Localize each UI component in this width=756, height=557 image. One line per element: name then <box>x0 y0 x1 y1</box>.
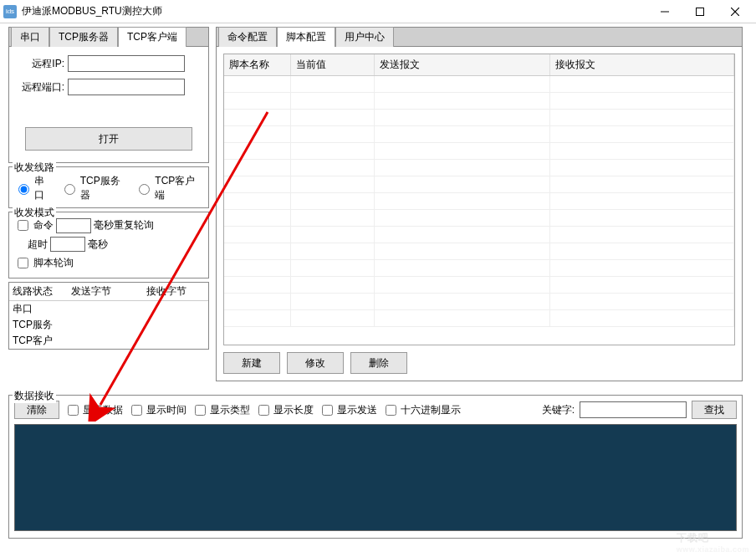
remote-ip-label: 远程IP: <box>16 57 64 71</box>
table-row[interactable] <box>224 110 734 126</box>
table-row[interactable] <box>224 294 734 310</box>
table-row[interactable] <box>224 227 734 243</box>
script-grid[interactable]: 脚本名称 当前值 发送报文 接收报文 <box>223 54 735 345</box>
table-row[interactable] <box>224 76 734 93</box>
table-row[interactable] <box>224 160 734 176</box>
timeout-input[interactable] <box>50 237 85 252</box>
check-show-time[interactable]: 显示时间 <box>128 402 186 418</box>
line-group: 收发线路 串口 TCP服务器 TCP客户端 <box>8 166 209 208</box>
cmd-checkbox[interactable] <box>18 220 28 231</box>
tab-script-config[interactable]: 脚本配置 <box>277 27 335 47</box>
grid-header-recv: 接收报文 <box>550 54 734 75</box>
timeout-suffix: 毫秒 <box>88 238 108 252</box>
table-row[interactable] <box>224 143 734 160</box>
keyword-input[interactable] <box>580 401 687 418</box>
script-poll-checkbox[interactable] <box>18 258 28 268</box>
tab-serial[interactable]: 串口 <box>11 27 49 47</box>
tab-user-center[interactable]: 用户中心 <box>335 27 394 47</box>
titlebar: ids 伊迪派MODBUS_RTU测控大师 <box>0 0 756 23</box>
radio-tcp-server[interactable]: TCP服务器 <box>60 174 129 202</box>
table-row[interactable] <box>224 310 734 327</box>
open-button[interactable]: 打开 <box>25 127 192 151</box>
delete-button[interactable]: 删除 <box>350 352 407 374</box>
table-row[interactable] <box>224 126 734 143</box>
data-receive-title: 数据接收 <box>13 389 56 403</box>
check-show-length[interactable]: 显示长度 <box>255 402 314 418</box>
remote-ip-input[interactable] <box>68 55 185 72</box>
right-tabs: 命令配置 脚本配置 用户中心 <box>216 27 743 47</box>
table-row[interactable] <box>224 277 734 294</box>
line-group-title: 收发线路 <box>13 161 56 175</box>
table-row[interactable] <box>224 210 734 227</box>
window-title: 伊迪派MODBUS_RTU测控大师 <box>22 4 647 18</box>
minimize-button[interactable] <box>647 1 682 23</box>
tab-tcp-client[interactable]: TCP客户端 <box>118 27 186 47</box>
table-row[interactable] <box>224 193 734 210</box>
clear-button[interactable]: 清除 <box>14 401 59 419</box>
tab-tcp-server[interactable]: TCP服务器 <box>49 27 118 47</box>
data-output-area[interactable] <box>14 424 737 531</box>
grid-body <box>224 76 734 327</box>
table-row[interactable] <box>224 93 734 110</box>
app-icon: ids <box>3 5 17 18</box>
script-panel: 脚本名称 当前值 发送报文 接收报文 <box>216 47 743 381</box>
timeout-label: 超时 <box>28 238 48 252</box>
remote-port-label: 远程端口: <box>16 80 64 95</box>
keyword-label: 关键字: <box>542 403 575 417</box>
table-row[interactable] <box>224 243 734 260</box>
tab-cmd-config[interactable]: 命令配置 <box>218 27 277 47</box>
radio-tcp-client[interactable]: TCP客户端 <box>135 174 203 202</box>
check-hex[interactable]: 十六进制显示 <box>382 402 461 418</box>
table-row[interactable] <box>224 260 734 277</box>
grid-header-send: 发送报文 <box>375 54 550 75</box>
grid-header-value: 当前值 <box>291 54 375 75</box>
stats-row-tcpclient: TCP客户 <box>9 333 208 349</box>
remote-port-input[interactable] <box>68 79 185 95</box>
data-receive-group: 数据接收 清除 显示数据 显示时间 显示类型 显示长度 显示发送 十六进制显示 … <box>8 395 743 539</box>
cmd-label: 命令 <box>33 218 54 233</box>
check-show-type[interactable]: 显示类型 <box>192 402 250 418</box>
check-show-data[interactable]: 显示数据 <box>64 402 123 418</box>
new-button[interactable]: 新建 <box>223 352 280 374</box>
edit-button[interactable]: 修改 <box>287 352 344 374</box>
stats-header-recv: 接收字节 <box>143 283 202 300</box>
svg-rect-1 <box>697 8 704 15</box>
script-poll-label: 脚本轮询 <box>33 256 74 270</box>
mode-group: 收发模式 命令 毫秒重复轮询 超时 毫秒 脚本轮询 <box>8 212 209 278</box>
find-button[interactable]: 查找 <box>692 401 737 419</box>
stats-header-status: 线路状态 <box>9 283 68 300</box>
tcp-client-panel: 远程IP: 远程端口: 打开 <box>8 47 209 163</box>
maximize-button[interactable] <box>682 1 718 23</box>
stats-table: 线路状态 发送字节 接收字节 串口 TCP服务 TCP客户 <box>8 282 209 350</box>
radio-serial[interactable]: 串口 <box>14 174 54 202</box>
grid-header-name: 脚本名称 <box>224 54 291 75</box>
check-show-send[interactable]: 显示发送 <box>319 402 377 418</box>
interval-suffix: 毫秒重复轮询 <box>94 218 154 233</box>
mode-group-title: 收发模式 <box>13 206 56 220</box>
interval-input[interactable] <box>56 218 91 233</box>
table-row[interactable] <box>224 176 734 193</box>
stats-row-tcpserver: TCP服务 <box>9 317 208 333</box>
close-button[interactable] <box>718 1 753 23</box>
left-tabs: 串口 TCP服务器 TCP客户端 <box>8 27 209 47</box>
stats-header-send: 发送字节 <box>68 283 143 300</box>
stats-row-serial: 串口 <box>9 301 208 317</box>
